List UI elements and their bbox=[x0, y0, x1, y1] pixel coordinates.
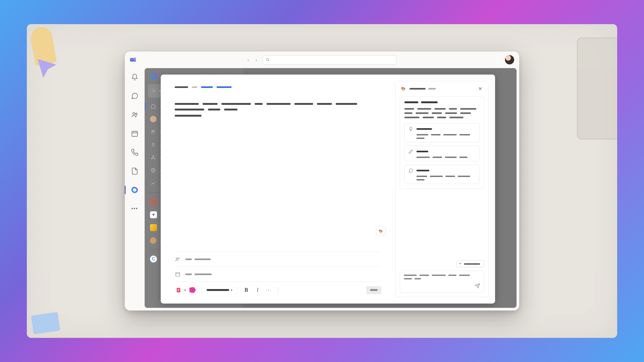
copilot-icon bbox=[378, 228, 383, 234]
prop-card-stack bbox=[577, 38, 617, 139]
loop-icon bbox=[130, 186, 139, 194]
svg-point-33 bbox=[402, 88, 404, 91]
svg-rect-30 bbox=[177, 291, 179, 291]
copilot-close-button[interactable]: ✕ bbox=[477, 85, 484, 92]
rail-files[interactable] bbox=[125, 165, 145, 177]
megaphone-icon bbox=[189, 287, 196, 293]
svg-point-12 bbox=[152, 90, 155, 92]
nav-forward-button[interactable]: › bbox=[253, 57, 259, 63]
pencil-icon bbox=[408, 149, 413, 154]
svg-point-17 bbox=[153, 156, 154, 157]
send-button[interactable] bbox=[366, 286, 381, 294]
bold-button[interactable]: B bbox=[242, 286, 250, 294]
chat-icon bbox=[131, 92, 138, 100]
svg-point-24 bbox=[178, 258, 180, 259]
copilot-input[interactable] bbox=[400, 271, 484, 293]
svg-point-23 bbox=[176, 258, 178, 259]
document-body[interactable] bbox=[175, 103, 381, 121]
svg-rect-28 bbox=[177, 289, 179, 289]
svg-point-7 bbox=[136, 113, 137, 115]
svg-rect-29 bbox=[177, 290, 179, 290]
avatar-icon bbox=[150, 237, 156, 244]
loop-page: ▾ ▾ B I ·· bbox=[161, 75, 495, 304]
font-picker[interactable]: ▾ bbox=[207, 288, 232, 292]
sparkle-icon bbox=[459, 262, 462, 265]
nav-back-button[interactable]: ‹ bbox=[245, 57, 251, 63]
calendar-icon bbox=[131, 130, 138, 137]
editor-toolbar: ▾ ▾ B I ·· bbox=[175, 282, 381, 298]
rail-loop[interactable] bbox=[125, 184, 145, 196]
italic-button[interactable]: I bbox=[254, 286, 262, 294]
svg-rect-25 bbox=[176, 272, 180, 276]
copilot-new-topic-button[interactable] bbox=[456, 260, 484, 267]
user-avatar[interactable] bbox=[505, 55, 514, 65]
chevron-down-icon: ▾ bbox=[231, 288, 232, 292]
rail-calendar[interactable] bbox=[125, 128, 145, 139]
copilot-inline-button[interactable] bbox=[376, 226, 386, 236]
bell-icon bbox=[131, 73, 138, 81]
svg-line-5 bbox=[268, 60, 269, 61]
copilot-icon bbox=[400, 86, 406, 92]
svg-rect-3 bbox=[134, 59, 136, 62]
svg-rect-8 bbox=[132, 131, 138, 136]
prop-brush bbox=[29, 25, 57, 66]
phone-icon bbox=[131, 149, 138, 156]
teams-window: T ‹ › bbox=[125, 51, 519, 311]
svg-line-13 bbox=[154, 91, 155, 93]
svg-point-14 bbox=[152, 130, 153, 132]
people-icon bbox=[150, 129, 156, 135]
search-icon bbox=[152, 89, 156, 93]
rail-calls[interactable] bbox=[125, 146, 145, 158]
app-icon bbox=[150, 198, 157, 205]
avatar-icon bbox=[150, 116, 156, 122]
svg-point-16 bbox=[153, 143, 154, 145]
heart-icon: ♥ bbox=[150, 211, 157, 218]
insert-component-button[interactable] bbox=[175, 286, 183, 294]
people-icon bbox=[131, 111, 138, 119]
rail-more-button[interactable]: ••• bbox=[125, 203, 145, 215]
calendar-icon bbox=[175, 271, 181, 277]
rail-chat[interactable] bbox=[125, 90, 145, 102]
document-canvas[interactable]: ▾ ▾ B I ·· bbox=[161, 75, 395, 304]
svg-point-4 bbox=[266, 58, 269, 61]
chevron-down-icon[interactable]: ▾ bbox=[184, 288, 186, 292]
people-alt-icon bbox=[150, 142, 156, 148]
cube-icon bbox=[150, 167, 156, 174]
home-icon bbox=[150, 103, 156, 109]
toolbar-more-button[interactable]: ··· bbox=[265, 286, 273, 294]
send-icon[interactable] bbox=[475, 283, 480, 289]
copilot-intro-card bbox=[400, 96, 484, 189]
copilot-suggestion[interactable] bbox=[404, 165, 480, 184]
component-icon bbox=[176, 287, 182, 293]
svg-point-2 bbox=[134, 57, 136, 59]
svg-point-15 bbox=[153, 130, 155, 132]
loop-logo-icon bbox=[149, 72, 159, 81]
titlebar: T ‹ › bbox=[125, 51, 519, 68]
breadcrumb[interactable] bbox=[175, 86, 381, 88]
copilot-title bbox=[409, 88, 436, 90]
prop-sticky-note bbox=[31, 312, 60, 334]
rail-activity[interactable] bbox=[125, 71, 145, 83]
app-icon: C bbox=[150, 256, 157, 263]
announce-button[interactable] bbox=[189, 286, 197, 294]
gradient-backdrop: T ‹ › bbox=[0, 0, 644, 362]
file-icon bbox=[131, 167, 138, 175]
app-rail: ••• bbox=[125, 68, 145, 311]
copilot-suggestion[interactable] bbox=[404, 146, 480, 161]
svg-point-22 bbox=[380, 231, 382, 233]
chat-bubble-icon bbox=[408, 168, 413, 173]
meta-people-row[interactable] bbox=[175, 252, 381, 267]
loop-app-surface: ♥ C bbox=[145, 68, 517, 308]
search-input[interactable] bbox=[263, 55, 396, 64]
desk-scene: T ‹ › bbox=[27, 24, 617, 338]
svg-text:T: T bbox=[131, 58, 133, 61]
teams-logo-icon: T bbox=[130, 56, 137, 63]
svg-point-6 bbox=[133, 113, 135, 114]
copilot-panel: ✕ bbox=[395, 81, 489, 297]
lightbulb-icon bbox=[408, 127, 413, 131]
rail-teams[interactable] bbox=[125, 109, 145, 121]
app-icon bbox=[150, 224, 157, 231]
search-icon bbox=[266, 58, 270, 62]
meta-date-row[interactable] bbox=[175, 267, 381, 282]
copilot-suggestion[interactable] bbox=[404, 123, 480, 142]
